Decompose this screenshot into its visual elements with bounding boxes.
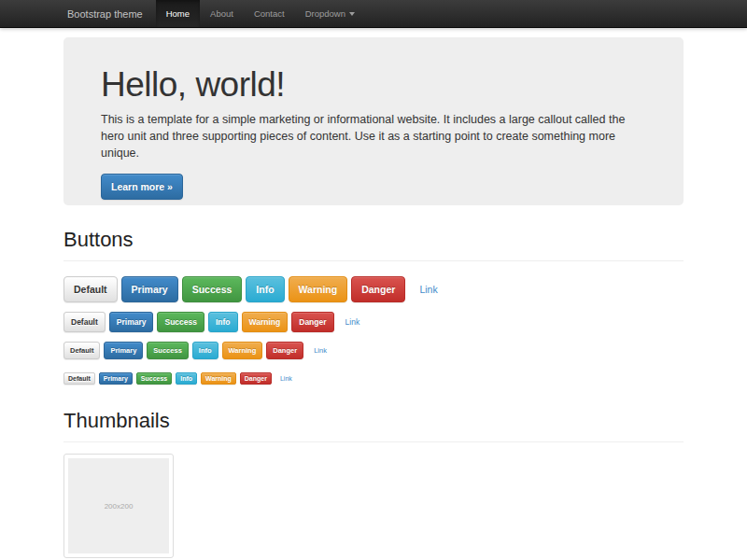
link-button-extra-small[interactable]: Link xyxy=(275,372,297,385)
caret-down-icon xyxy=(349,12,355,16)
buttons-section: Buttons DefaultPrimarySuccessInfoWarning… xyxy=(0,228,747,385)
link-button-large[interactable]: Link xyxy=(409,276,447,302)
navbar-menu: HomeAboutContactDropdown xyxy=(156,0,365,27)
primary-button-small[interactable]: Primary xyxy=(104,342,143,359)
placeholder-image: 200x200 xyxy=(68,458,169,553)
button-row-small: DefaultPrimarySuccessInfoWarningDangerLi… xyxy=(63,342,684,359)
success-button-extra-small[interactable]: Success xyxy=(136,372,172,385)
thumbnail-item[interactable]: 200x200 xyxy=(63,454,174,558)
primary-button-extra-small[interactable]: Primary xyxy=(99,372,133,385)
danger-button-small[interactable]: Danger xyxy=(266,342,303,359)
warning-button-small[interactable]: Warning xyxy=(222,342,263,359)
hero-unit: Hello, world! This is a template for a s… xyxy=(63,37,684,205)
danger-button-default[interactable]: Danger xyxy=(291,312,333,332)
nav-item-about[interactable]: About xyxy=(200,0,244,27)
page: Bootstrap theme HomeAboutContactDropdown… xyxy=(0,0,747,560)
info-button-extra-small[interactable]: Info xyxy=(176,372,197,385)
warning-button-default[interactable]: Warning xyxy=(242,312,289,332)
warning-button-large[interactable]: Warning xyxy=(289,276,348,302)
nav-item-dropdown[interactable]: Dropdown xyxy=(295,0,365,27)
thumbnails-section: Thumbnails 200x200 xyxy=(0,409,747,558)
info-button-small[interactable]: Info xyxy=(192,342,218,359)
info-button-large[interactable]: Info xyxy=(246,276,284,302)
default-button-extra-small[interactable]: Default xyxy=(63,372,95,385)
button-row-extra-small: DefaultPrimarySuccessInfoWarningDangerLi… xyxy=(63,369,684,385)
danger-button-large[interactable]: Danger xyxy=(351,276,405,302)
thumbnails-heading: Thumbnails xyxy=(63,409,684,442)
nav-item-contact[interactable]: Contact xyxy=(244,0,295,27)
primary-button-large[interactable]: Primary xyxy=(121,276,178,302)
thumbnail-grid: 200x200 xyxy=(63,454,684,558)
learn-more-button[interactable]: Learn more » xyxy=(101,174,183,200)
success-button-large[interactable]: Success xyxy=(182,276,243,302)
success-button-small[interactable]: Success xyxy=(147,342,188,359)
button-row-default: DefaultPrimarySuccessInfoWarningDangerLi… xyxy=(63,312,684,332)
info-button-default[interactable]: Info xyxy=(208,312,238,332)
warning-button-extra-small[interactable]: Warning xyxy=(201,372,236,385)
link-button-default[interactable]: Link xyxy=(338,312,368,332)
link-button-small[interactable]: Link xyxy=(307,342,333,359)
nav-item-home[interactable]: Home xyxy=(156,0,200,27)
danger-button-extra-small[interactable]: Danger xyxy=(240,372,272,385)
navbar: Bootstrap theme HomeAboutContactDropdown xyxy=(0,0,747,28)
buttons-heading: Buttons xyxy=(63,228,684,261)
navbar-brand[interactable]: Bootstrap theme xyxy=(63,0,156,27)
hero-title: Hello, world! xyxy=(101,66,646,105)
default-button-small[interactable]: Default xyxy=(63,342,100,359)
button-rows: DefaultPrimarySuccessInfoWarningDangerLi… xyxy=(63,276,684,385)
default-button-large[interactable]: Default xyxy=(63,276,118,302)
button-row-large: DefaultPrimarySuccessInfoWarningDangerLi… xyxy=(63,276,684,302)
hero-description: This is a template for a simple marketin… xyxy=(101,111,646,161)
primary-button-default[interactable]: Primary xyxy=(109,312,154,332)
default-button-default[interactable]: Default xyxy=(63,312,106,332)
success-button-default[interactable]: Success xyxy=(157,312,204,332)
